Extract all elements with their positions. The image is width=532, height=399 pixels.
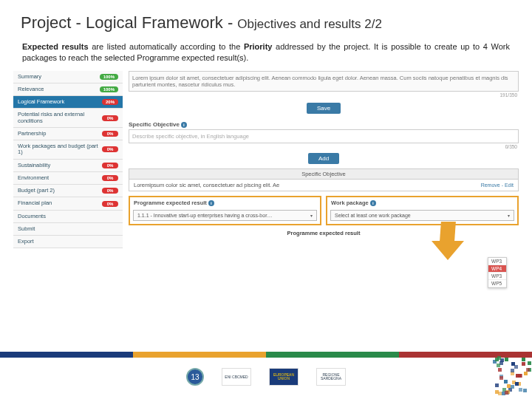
- sidebar-item[interactable]: Sustainability0%: [13, 160, 123, 172]
- chevron-down-icon: ▾: [508, 213, 510, 218]
- main-content: Lorem ipsum dolor sit amet, consectetuer…: [129, 71, 519, 249]
- eni-logo: ENI CBCMED: [222, 368, 251, 386]
- sidebar-item[interactable]: Work packages and budget (part 1)0%: [13, 140, 123, 160]
- work-package-box: Work packagei Select at least one work p…: [326, 196, 519, 225]
- remove-link[interactable]: Remove: [481, 183, 500, 188]
- specific-objective-heading: Specific Objectivei: [129, 118, 519, 129]
- wp-option[interactable]: WP5: [488, 280, 506, 287]
- sardegna-logo: REGIONE SARDEGNA: [316, 368, 346, 386]
- callout-arrow-icon: [427, 222, 460, 263]
- panel-header: Specific Objective: [129, 169, 518, 180]
- sidebar-item[interactable]: Budget (part 2)0%: [13, 185, 123, 197]
- wp-option[interactable]: WP4: [488, 265, 506, 273]
- programme-result-dropdown[interactable]: 1.1.1 - Innovative start-up enterprises …: [133, 210, 317, 221]
- sidebar-item[interactable]: Documents: [13, 211, 123, 223]
- page-number-badge: 13: [186, 368, 204, 386]
- sidebar-item[interactable]: Financial plan0%: [13, 197, 123, 210]
- sidebar-item[interactable]: Summary100%: [13, 71, 123, 83]
- specific-objective-panel: Specific Objective Loremipsum color sic …: [129, 168, 519, 191]
- add-button[interactable]: Add: [308, 153, 339, 164]
- sidebar-item[interactable]: Export: [13, 236, 123, 248]
- sidebar-item[interactable]: Logical Framework20%: [13, 96, 123, 109]
- sidebar-item[interactable]: Potential risks and external conditions0…: [13, 109, 123, 128]
- programme-result-box: Programme expected resulti 1.1.1 - Innov…: [129, 196, 321, 225]
- sidebar: Summary100%Relevance100%Logical Framewor…: [13, 71, 123, 249]
- footer-color-bar: [0, 352, 532, 358]
- info-icon[interactable]: i: [181, 122, 187, 128]
- sidebar-item[interactable]: Relevance100%: [13, 83, 123, 96]
- wp-option[interactable]: WP3: [488, 258, 506, 265]
- char-counter: 191/350: [129, 92, 519, 98]
- intro-text: Expected results are listed automaticall…: [0, 38, 532, 69]
- save-button[interactable]: Save: [307, 103, 341, 114]
- work-package-options-popup: WP3WP4WP3WP5: [488, 257, 507, 288]
- programme-result-footer-title: Programme expected result: [129, 225, 519, 238]
- work-package-dropdown[interactable]: Select at least one work package▾: [330, 210, 514, 221]
- footer-logos: 13 ENI CBCMED EUROPEAN UNION REGIONE SAR…: [0, 361, 532, 393]
- sidebar-item[interactable]: Environment0%: [13, 172, 123, 185]
- eu-logo: EUROPEAN UNION: [269, 368, 299, 386]
- info-icon[interactable]: i: [370, 200, 376, 206]
- highlighted-selection-row: Programme expected resulti 1.1.1 - Innov…: [129, 196, 519, 225]
- corner-decoration: [488, 355, 532, 399]
- wp-option[interactable]: WP3: [488, 273, 506, 280]
- page-title: Project - Logical Framework - Objectives…: [21, 13, 511, 33]
- specific-objective-input[interactable]: Describe specific objective, in English …: [129, 129, 519, 143]
- panel-text: Loremipsum color sic amet, consectetuer …: [134, 182, 279, 188]
- char-counter-2: 0/350: [129, 143, 519, 150]
- edit-link[interactable]: Edit: [505, 183, 514, 188]
- sidebar-item[interactable]: Partnership0%: [13, 128, 123, 140]
- info-icon[interactable]: i: [208, 200, 214, 206]
- chevron-down-icon: ▾: [310, 213, 313, 218]
- description-textarea[interactable]: Lorem ipsum dolor sit amet, consectetuer…: [129, 71, 519, 92]
- slide-header: Project - Logical Framework - Objectives…: [0, 0, 532, 38]
- sidebar-item[interactable]: Submit: [13, 223, 123, 236]
